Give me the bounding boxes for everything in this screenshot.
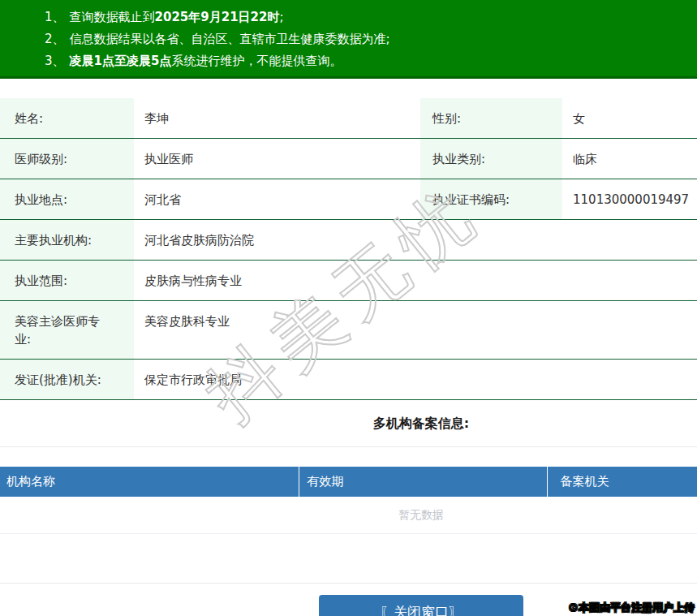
field-value-doctor-level: 执业医师 <box>134 139 420 179</box>
notice-text-bold: 凌晨1点至凌晨5点 <box>70 54 172 68</box>
table-row: 暂无数据 <box>0 497 697 534</box>
table-row: 发证(批准)机关: 保定市行政审批局 <box>0 360 697 400</box>
notice-text-bold: 2025年9月21日22时 <box>155 10 280 24</box>
registration-table-header: 机构名称 有效期 备案机关 <box>0 467 697 497</box>
notice-number: 1、 <box>24 10 65 24</box>
table-row: 执业范围: 皮肤病与性病专业 <box>0 261 697 301</box>
page-content: 1、查询数据截止到2025年9月21日22时; 2、信息数据结果以各省、自治区、… <box>0 0 697 616</box>
notice-line-2: 2、信息数据结果以各省、自治区、直辖市卫生健康委数据为准; <box>24 28 697 50</box>
notice-text: ; <box>279 10 283 24</box>
table-row: 执业地点: 河北省 执业证书编码: 110130000019497 <box>0 179 697 220</box>
column-header-institution-name: 机构名称 <box>0 467 299 497</box>
column-header-validity-period: 有效期 <box>299 467 547 497</box>
field-label-name: 姓名: <box>0 98 134 139</box>
field-value-issuing-authority: 保定市行政审批局 <box>134 360 697 400</box>
field-value-name: 李坤 <box>134 98 420 139</box>
doctor-info-table: 姓名: 李坤 性别: 女 医师级别: 执业医师 执业类别: 临床 执业地点: 河… <box>0 98 697 400</box>
table-row: 医师级别: 执业医师 执业类别: 临床 <box>0 139 697 179</box>
field-value-practice-category: 临床 <box>562 139 697 179</box>
notice-banner: 1、查询数据截止到2025年9月21日22时; 2、信息数据结果以各省、自治区、… <box>0 0 697 79</box>
field-value-practice-scope: 皮肤病与性病专业 <box>134 261 697 301</box>
notice-line-1: 1、查询数据截止到2025年9月21日22时; <box>24 6 697 28</box>
field-value-cosmetic-specialty: 美容皮肤科专业 <box>134 301 697 360</box>
field-label-certificate-number: 执业证书编码: <box>420 179 562 220</box>
field-label-gender: 性别: <box>420 98 562 139</box>
column-header-registration-authority: 备案机关 <box>547 467 697 497</box>
field-label-main-institution: 主要执业机构: <box>0 220 134 261</box>
notice-number: 3、 <box>24 54 65 68</box>
empty-area <box>0 534 697 584</box>
registration-table: 机构名称 有效期 备案机关 暂无数据 <box>0 467 697 534</box>
field-label-cosmetic-specialty: 美容主诊医师专业: <box>0 301 134 360</box>
query-result-window: 1、查询数据截止到2025年9月21日22时; 2、信息数据结果以各省、自治区、… <box>0 0 697 616</box>
table-row: 主要执业机构: 河北省皮肤病防治院 <box>0 220 697 261</box>
empty-data-text: 暂无数据 <box>0 497 697 534</box>
table-row: 姓名: 李坤 性别: 女 <box>0 98 697 139</box>
notice-text: 系统进行维护，不能提供查询。 <box>171 54 342 68</box>
field-label-doctor-level: 医师级别: <box>0 139 134 179</box>
notice-number: 2、 <box>24 32 65 46</box>
notice-line-3: 3、凌晨1点至凌晨5点系统进行维护，不能提供查询。 <box>24 50 697 72</box>
field-label-practice-location: 执业地点: <box>0 179 134 220</box>
field-label-issuing-authority: 发证(批准)机关: <box>0 360 134 400</box>
notice-text: 查询数据截止到 <box>70 10 155 24</box>
field-value-main-institution: 河北省皮肤病防治院 <box>134 220 697 261</box>
field-label-practice-category: 执业类别: <box>420 139 562 179</box>
table-row: 美容主诊医师专业: 美容皮肤科专业 <box>0 301 697 360</box>
field-value-certificate-number: 110130000019497 <box>562 179 697 220</box>
divider <box>0 446 697 447</box>
notice-text: 信息数据结果以各省、自治区、直辖市卫生健康委数据为准; <box>70 32 390 46</box>
section-title-multi-institution: 多机构备案信息: <box>0 416 697 433</box>
field-value-practice-location: 河北省 <box>134 179 420 220</box>
close-window-button[interactable]: 〖关闭窗口〗 <box>319 595 523 616</box>
field-value-gender: 女 <box>562 98 697 139</box>
upload-stamp-text: ©本图由平台注册用户上传 <box>568 601 695 615</box>
field-label-practice-scope: 执业范围: <box>0 261 134 301</box>
